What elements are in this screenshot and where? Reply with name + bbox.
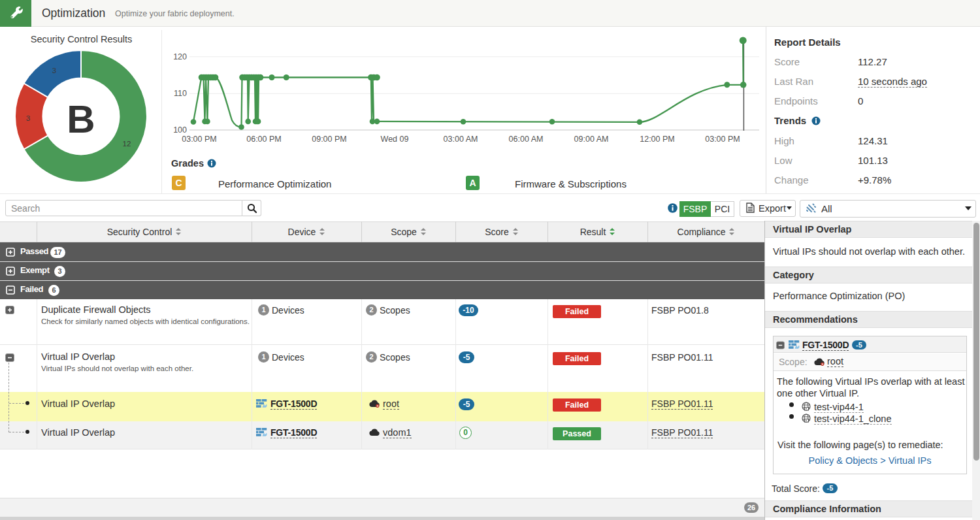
svg-text:03:00 PM: 03:00 PM bbox=[182, 135, 217, 144]
svg-text:03:00 PM: 03:00 PM bbox=[705, 135, 740, 144]
svg-text:09:00 PM: 09:00 PM bbox=[312, 135, 347, 144]
svg-text:Wed 09: Wed 09 bbox=[381, 135, 409, 144]
svg-text:120: 120 bbox=[173, 52, 187, 61]
svg-text:09:00 AM: 09:00 AM bbox=[574, 135, 609, 144]
svg-text:B: B bbox=[67, 97, 95, 141]
svg-text:06:00 AM: 06:00 AM bbox=[509, 135, 544, 144]
svg-text:3: 3 bbox=[26, 114, 30, 122]
svg-text:03:00 AM: 03:00 AM bbox=[444, 135, 478, 144]
svg-text:100: 100 bbox=[173, 125, 187, 135]
svg-text:12: 12 bbox=[123, 140, 131, 148]
svg-text:3: 3 bbox=[52, 67, 56, 74]
svg-text:110: 110 bbox=[174, 89, 187, 98]
svg-text:12:00 PM: 12:00 PM bbox=[640, 135, 675, 144]
svg-text:06:00 PM: 06:00 PM bbox=[246, 135, 282, 144]
